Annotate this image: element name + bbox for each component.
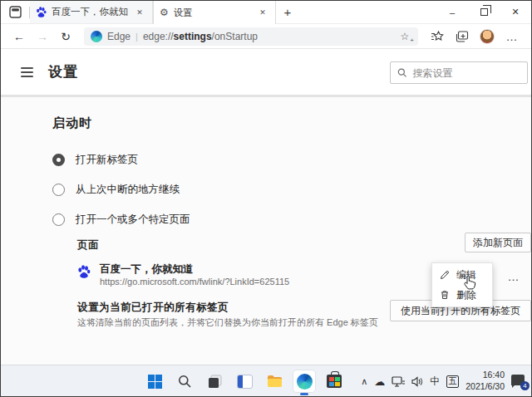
address-bar[interactable]: Edge | edge://settings/onStartup ☆+ (84, 27, 418, 46)
start-button[interactable] (144, 370, 165, 392)
more-icon: … (506, 30, 519, 43)
ime-language-indicator[interactable]: 中 (430, 375, 440, 389)
settings-search-box[interactable] (390, 61, 528, 84)
taskbar-search-button[interactable] (174, 370, 195, 392)
edge-browser-button[interactable] (293, 370, 315, 392)
radio-option-continue[interactable]: 从上次中断的地方继续 (52, 182, 180, 197)
url-host: settings (174, 31, 212, 42)
notification-center-button[interactable]: 4 (511, 375, 526, 388)
baidu-paw-icon (36, 7, 47, 17)
tab-close-button[interactable]: ✕ (133, 6, 146, 19)
tab-title: 百度一下，你就知道 (52, 6, 128, 18)
titlebar-drag-area (299, 1, 436, 23)
profile-avatar (480, 29, 495, 44)
favorites-star-icon (431, 31, 444, 42)
task-view-button[interactable] (204, 370, 225, 392)
taskbar-center-icons (144, 365, 345, 397)
context-menu-delete[interactable]: 删除 (432, 285, 492, 305)
browser-toolbar: ← → ↻ Edge | edge://settings/onStartup ☆… (1, 24, 531, 49)
browser-titlebar: 百度一下，你就知道 ✕ ⚙ 设置 ✕ + – ✕ (1, 1, 531, 24)
tab-close-button[interactable]: ✕ (256, 6, 269, 19)
radio-unselected-icon[interactable] (52, 213, 65, 226)
ime-mode-indicator[interactable]: 五 (446, 375, 459, 388)
url-text[interactable]: edge://settings/onStartup (143, 31, 393, 42)
tab-title: 设置 (174, 7, 251, 19)
collections-button[interactable] (451, 27, 473, 47)
profile-button[interactable] (476, 27, 498, 47)
page-entry-url: https://go.microsoft.com/fwlink/?LinkId=… (100, 277, 289, 287)
settings-header: 设置 (1, 49, 531, 97)
refresh-button[interactable]: ↻ (56, 27, 76, 47)
site-label: Edge (107, 31, 131, 42)
favorites-button[interactable] (426, 27, 448, 47)
radio-option-specific-pages[interactable]: 打开一个或多个特定页面 (52, 212, 190, 227)
context-menu-edit[interactable]: 编辑 (432, 265, 492, 285)
task-view-icon (208, 375, 222, 389)
radio-label: 打开新标签页 (76, 153, 138, 167)
radio-selected-icon[interactable] (52, 154, 65, 166)
taskbar-clock[interactable]: 16:40 2021/6/30 (466, 370, 505, 392)
store-bag-icon (327, 375, 342, 388)
add-favorite-button[interactable]: ☆+ (398, 31, 411, 42)
edge-logo-icon (91, 31, 102, 42)
browser-menu-button[interactable]: … (501, 27, 523, 47)
tab-baidu[interactable]: 百度一下，你就知道 ✕ (30, 1, 153, 23)
collections-icon (456, 31, 469, 42)
windows-taskbar: ∧ ☁ 中 五 16:40 2021/6/30 4 (1, 365, 531, 396)
clock-time: 16:40 (466, 370, 505, 381)
search-icon (397, 67, 406, 78)
settings-content: 启动时 打开新标签页 从上次中断的地方继续 打开一个或多个特定页面 页面 添加新… (1, 97, 531, 366)
system-tray: ∧ ☁ 中 五 16:40 2021/6/30 4 (361, 365, 526, 397)
tray-chevron-icon[interactable]: ∧ (361, 376, 367, 387)
radio-unselected-icon[interactable] (52, 184, 65, 196)
clock-date: 2021/6/30 (466, 381, 505, 393)
restore-icon (480, 8, 488, 16)
widgets-button[interactable] (234, 370, 255, 392)
mouse-cursor-icon (463, 275, 477, 291)
tab-settings[interactable]: ⚙ 设置 ✕ (153, 1, 276, 24)
windows-logo-icon (148, 375, 162, 389)
settings-gear-icon: ⚙ (160, 7, 169, 17)
network-icon[interactable] (392, 376, 405, 387)
notification-badge: 4 (520, 381, 530, 390)
new-tab-button[interactable]: + (276, 1, 299, 23)
window-restore-button[interactable] (468, 1, 500, 23)
folder-icon (267, 375, 283, 388)
back-button[interactable]: ← (9, 27, 29, 47)
search-icon (178, 375, 191, 388)
pages-group-label: 页面 (77, 238, 99, 252)
url-scheme: edge:// (143, 31, 174, 42)
plus-icon: + (410, 37, 414, 44)
url-path: /onStartup (212, 31, 258, 42)
set-current-tabs-description: 这将清除当前的页面列表，并将它们替换为你当前打开的所有 Edge 标签页 (77, 316, 378, 329)
section-heading-startup: 启动时 (52, 115, 92, 131)
tab-actions-icon (9, 6, 22, 18)
window-close-button[interactable]: ✕ (500, 1, 531, 23)
microsoft-store-button[interactable] (323, 370, 345, 392)
radio-label: 从上次中断的地方继续 (76, 183, 180, 197)
edge-logo-icon (297, 374, 313, 390)
settings-menu-button[interactable] (21, 67, 33, 77)
radio-option-new-tab[interactable]: 打开新标签页 (52, 152, 138, 167)
url-divider: | (135, 32, 138, 42)
file-explorer-button[interactable] (264, 370, 285, 392)
trash-icon (440, 290, 450, 300)
forward-button: → (32, 27, 52, 47)
window-minimize-button[interactable]: – (436, 1, 468, 23)
page-title: 设置 (48, 62, 78, 81)
volume-icon[interactable] (411, 376, 423, 387)
page-entry-title: 百度一下，你就知道 (100, 262, 194, 277)
page-entry-context-menu: 编辑 删除 (431, 262, 493, 307)
star-icon: ☆ (401, 31, 410, 42)
settings-search-input[interactable] (412, 67, 520, 79)
onedrive-cloud-icon[interactable]: ☁ (374, 375, 385, 388)
baidu-favicon (77, 265, 91, 278)
pencil-icon (440, 270, 450, 280)
page-entry-more-button[interactable]: … (503, 267, 525, 286)
radio-label: 打开一个或多个特定页面 (76, 213, 190, 227)
set-current-tabs-title: 设置为当前已打开的所有标签页 (77, 301, 229, 315)
widgets-icon (237, 375, 253, 389)
tab-actions-menu-button[interactable] (1, 1, 29, 23)
add-new-page-button[interactable]: 添加新页面 (465, 233, 531, 252)
